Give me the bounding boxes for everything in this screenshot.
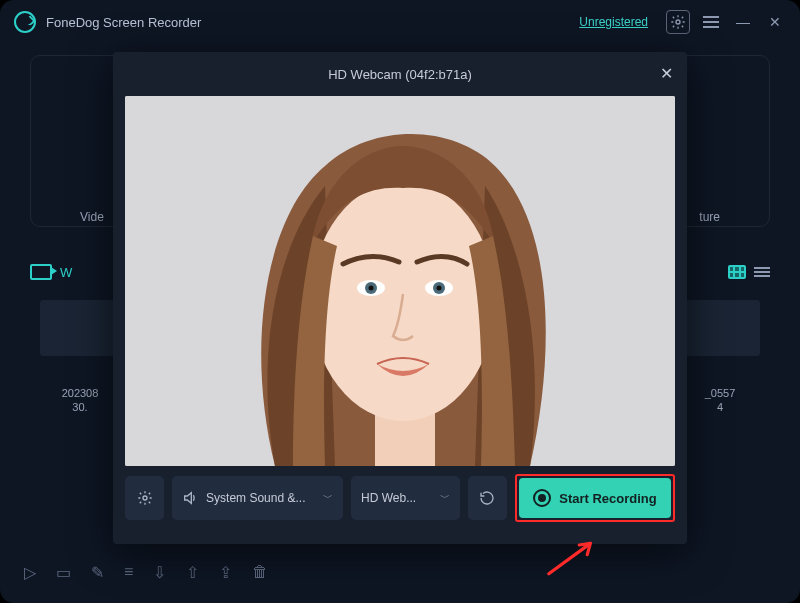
app-title: FoneDog Screen Recorder <box>46 15 201 30</box>
audio-source-label: System Sound &... <box>206 491 305 505</box>
settings-button[interactable] <box>125 476 164 520</box>
trash-icon[interactable]: 🗑 <box>252 563 268 581</box>
menu-icon[interactable] <box>700 11 722 33</box>
modal-header: HD Webcam (04f2:b71a) ✕ <box>113 52 687 96</box>
speaker-icon <box>182 490 198 506</box>
svg-point-9 <box>437 286 442 291</box>
mode-card-label: ture <box>699 210 720 224</box>
folder-icon[interactable]: ▭ <box>56 563 71 582</box>
title-bar: FoneDog Screen Recorder Unregistered — ✕ <box>0 0 800 44</box>
close-icon[interactable]: ✕ <box>660 64 673 83</box>
export-icon[interactable]: ⇧ <box>186 563 199 582</box>
webcam-preview <box>125 96 675 466</box>
settings-icon[interactable] <box>666 10 690 34</box>
minimize-icon[interactable]: — <box>732 11 754 33</box>
svg-point-8 <box>369 286 374 291</box>
chevron-down-icon: ﹀ <box>440 491 450 505</box>
mode-card-label: Vide <box>80 210 104 224</box>
play-icon[interactable]: ▷ <box>24 563 36 582</box>
grid-view-icon[interactable] <box>728 265 746 279</box>
bottom-toolbar: ▷ ▭ ✎ ≡ ⇩ ⇧ ⇪ 🗑 <box>24 559 776 585</box>
start-recording-button[interactable]: Start Recording <box>519 478 671 518</box>
camera-source-dropdown[interactable]: HD Web... ﹀ <box>351 476 460 520</box>
record-icon <box>533 489 551 507</box>
app-window: FoneDog Screen Recorder Unregistered — ✕… <box>0 0 800 603</box>
start-recording-label: Start Recording <box>559 491 657 506</box>
library-tab-label[interactable]: W <box>60 265 72 280</box>
webcam-modal: HD Webcam (04f2:b71a) ✕ <box>113 52 687 544</box>
camera-icon <box>30 264 52 280</box>
audio-source-dropdown[interactable]: System Sound &... ﹀ <box>172 476 343 520</box>
unregistered-link[interactable]: Unregistered <box>579 15 648 29</box>
edit-icon[interactable]: ✎ <box>91 563 104 582</box>
camera-source-label: HD Web... <box>361 491 416 505</box>
modal-controls: System Sound &... ﹀ HD Web... ﹀ Start Re… <box>113 474 687 534</box>
svg-point-0 <box>676 20 680 24</box>
chevron-down-icon: ﹀ <box>323 491 333 505</box>
modal-title: HD Webcam (04f2:b71a) <box>328 67 472 82</box>
share-icon[interactable]: ⇪ <box>219 563 232 582</box>
svg-point-12 <box>143 496 147 500</box>
recording-thumbnail[interactable]: _05574 <box>680 300 760 415</box>
list-icon[interactable]: ≡ <box>124 563 133 581</box>
recording-thumbnail[interactable]: 20230830. <box>40 300 120 415</box>
refresh-button[interactable] <box>468 476 507 520</box>
app-logo-icon <box>14 11 36 33</box>
close-window-icon[interactable]: ✕ <box>764 11 786 33</box>
import-icon[interactable]: ⇩ <box>153 563 166 582</box>
list-view-icon[interactable] <box>754 267 770 277</box>
start-recording-highlight: Start Recording <box>515 474 675 522</box>
refresh-icon <box>479 490 495 506</box>
